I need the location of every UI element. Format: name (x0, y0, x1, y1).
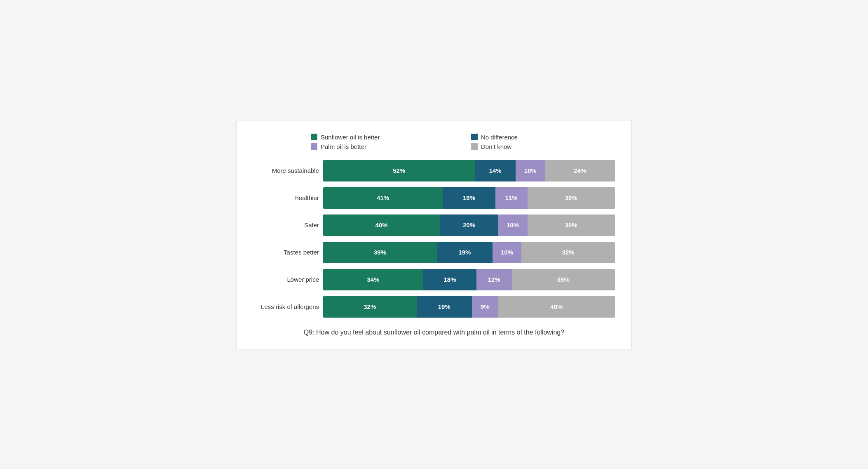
bar-segment: 10% (493, 242, 522, 263)
chart-row: Less risk of allergens32%19%9%40% (253, 296, 615, 318)
legend-label-palm: Palm oil is better (321, 143, 366, 150)
bar-segment: 39% (323, 242, 437, 263)
bar-segment: 9% (472, 296, 498, 318)
bar-segment: 30% (528, 214, 615, 236)
legend-item-sunflower: Sunflower oil is better (311, 134, 455, 141)
bar-segment: 32% (521, 242, 615, 263)
legend-swatch-nodiff (471, 134, 478, 140)
bar-track: 41%18%11%30% (323, 187, 615, 209)
bar-segment: 12% (476, 269, 512, 290)
legend-swatch-sunflower (311, 134, 317, 140)
chart-row: Safer40%20%10%30% (253, 214, 615, 236)
bar-segment: 18% (443, 187, 495, 209)
legend-swatch-dontknow (471, 143, 478, 150)
bar-segment: 19% (417, 296, 472, 318)
bar-track: 32%19%9%40% (323, 296, 615, 318)
legend-item-dontknow: Don’t know (471, 143, 615, 150)
chart-row: More sustainable52%14%10%24% (253, 160, 615, 181)
bar-track: 39%19%10%32% (323, 242, 615, 263)
bar-segment: 20% (440, 214, 498, 236)
row-label: Less risk of allergens (253, 303, 319, 310)
legend-label-nodiff: No difference (481, 134, 518, 141)
footer-question: Q9: How do you feel about sunflower oil … (253, 328, 615, 337)
legend-swatch-palm (311, 143, 317, 150)
bar-segment: 40% (323, 214, 440, 236)
bar-segment: 40% (498, 296, 615, 318)
chart-container: Sunflower oil is betterNo differencePalm… (236, 120, 632, 349)
row-label: Tastes better (253, 249, 319, 256)
bar-segment: 52% (323, 160, 475, 181)
row-label: Safer (253, 222, 319, 229)
bar-segment: 10% (498, 214, 528, 236)
bar-segment: 10% (516, 160, 545, 181)
bar-segment: 19% (437, 242, 493, 263)
bar-segment: 24% (545, 160, 615, 181)
bar-segment: 14% (475, 160, 516, 181)
bar-segment: 35% (512, 269, 615, 290)
legend-label-dontknow: Don’t know (481, 143, 511, 150)
bar-segment: 30% (528, 187, 615, 209)
legend-label-sunflower: Sunflower oil is better (321, 134, 380, 141)
bar-segment: 11% (495, 187, 528, 209)
bar-track: 40%20%10%30% (323, 214, 615, 236)
bar-segment: 32% (323, 296, 417, 318)
row-label: Healthier (253, 194, 319, 201)
bar-segment: 18% (423, 269, 476, 290)
chart-row: Healthier41%18%11%30% (253, 187, 615, 209)
legend: Sunflower oil is betterNo differencePalm… (253, 134, 615, 150)
bar-segment: 34% (323, 269, 423, 290)
bar-track: 52%14%10%24% (323, 160, 615, 181)
chart-row: Tastes better39%19%10%32% (253, 242, 615, 263)
row-label: More sustainable (253, 167, 319, 174)
bar-track: 34%18%12%35% (323, 269, 615, 290)
row-label: Lower price (253, 276, 319, 283)
bar-segment: 41% (323, 187, 443, 209)
chart-rows: More sustainable52%14%10%24%Healthier41%… (253, 160, 615, 318)
legend-item-palm: Palm oil is better (311, 143, 455, 150)
chart-row: Lower price34%18%12%35% (253, 269, 615, 290)
legend-item-nodiff: No difference (471, 134, 615, 141)
